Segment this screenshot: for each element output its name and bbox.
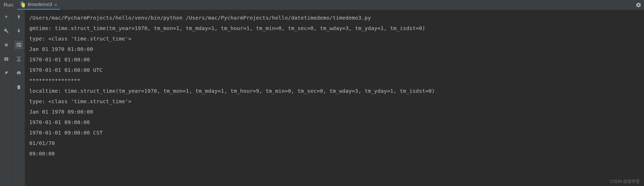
console-line: 1970-01-01 01:00:00	[29, 54, 644, 65]
console-line: localtime: time.struct_time(tm_year=1970…	[29, 86, 644, 96]
up-stack-button[interactable]	[15, 13, 23, 21]
run-label: Run:	[0, 2, 17, 8]
rerun-button[interactable]	[2, 13, 10, 21]
svg-rect-2	[6, 57, 8, 59]
watermark: CSDN @雷学委	[610, 179, 640, 184]
soft-wrap-icon	[16, 42, 22, 48]
edit-config-button[interactable]	[2, 27, 10, 35]
svg-rect-3	[4, 59, 6, 61]
console-line: Jan 01 1970 01:00:00	[29, 44, 644, 54]
clear-all-button[interactable]	[15, 83, 23, 91]
run-tab[interactable]: timedemo3 ×	[17, 0, 60, 10]
svg-rect-1	[4, 57, 6, 59]
stop-icon	[4, 43, 8, 47]
down-stack-button[interactable]	[15, 27, 23, 35]
console-line: type: <class 'time.struct_time'>	[29, 96, 644, 107]
close-icon[interactable]: ×	[54, 2, 57, 7]
console-line: /Users/mac/PycharmProjects/hello/venv/bi…	[29, 13, 644, 23]
console-line: 1970-01-01 01:00:00 UTC	[29, 65, 644, 75]
run-tool-header: Run: timedemo3 ×	[0, 0, 644, 10]
console-line: 01/01/70	[29, 138, 644, 148]
settings-button[interactable]	[636, 2, 641, 8]
trash-icon	[16, 85, 21, 90]
console-line: 1970-01-01 09:00:00 CST	[29, 127, 644, 138]
run-tool-body: /Users/mac/PycharmProjects/hello/venv/bi…	[0, 10, 644, 186]
console-line: gmtime: time.struct_time(tm_year=1970, t…	[29, 23, 644, 33]
console-line: Jan 01 1970 09:00:00	[29, 107, 644, 117]
run-toolbar-secondary	[13, 10, 25, 186]
wrench-icon	[4, 28, 9, 33]
pin-button[interactable]	[2, 69, 10, 77]
layout-button[interactable]	[2, 55, 10, 63]
console-line: ****************	[29, 75, 644, 86]
python-file-icon	[20, 2, 26, 7]
svg-rect-4	[6, 59, 8, 61]
stop-button[interactable]	[2, 41, 10, 49]
console-output[interactable]: /Users/mac/PycharmProjects/hello/venv/bi…	[25, 10, 644, 186]
console-line: 09:00:00	[29, 148, 644, 159]
svg-rect-0	[5, 44, 8, 47]
print-button[interactable]	[15, 69, 23, 77]
layout-icon	[4, 56, 9, 62]
run-tab-label: timedemo3	[28, 2, 52, 7]
soft-wrap-button[interactable]	[15, 41, 23, 49]
console-line: type: <class 'time.struct_time'>	[29, 33, 644, 44]
arrow-up-icon	[16, 14, 21, 19]
run-toolbar-primary	[0, 10, 13, 186]
gear-icon	[636, 2, 641, 8]
print-icon	[16, 71, 21, 76]
run-icon	[4, 14, 9, 19]
console-line: 1970-01-01 09:00:00	[29, 117, 644, 127]
pin-icon	[4, 71, 9, 76]
arrow-down-icon	[16, 28, 21, 33]
scroll-to-end-button[interactable]	[15, 55, 23, 63]
scroll-to-end-icon	[16, 56, 22, 62]
